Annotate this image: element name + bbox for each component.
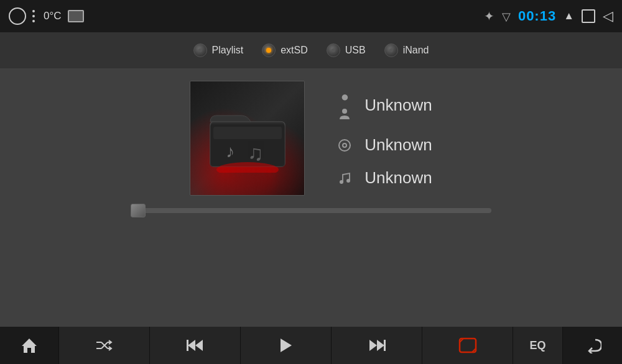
playlist-label: Playlist xyxy=(212,45,244,56)
svg-point-9 xyxy=(340,180,343,184)
svg-text:♪: ♪ xyxy=(226,142,234,161)
content-panel: ♪ ♫ ● Unknown Unknown xyxy=(0,68,622,327)
window-icon xyxy=(582,9,595,23)
home-icon xyxy=(21,337,38,353)
svg-point-7 xyxy=(339,140,350,151)
album-icon xyxy=(336,137,353,153)
eject-icon: ▲ xyxy=(564,10,574,22)
source-usb[interactable]: USB xyxy=(327,43,366,57)
bottom-controls: EQ xyxy=(0,327,622,364)
play-button[interactable] xyxy=(241,327,332,364)
progress-thumb[interactable] xyxy=(131,204,146,217)
back-nav-icon[interactable]: ◁ xyxy=(603,8,613,24)
signal-icon xyxy=(9,7,26,25)
svg-marker-18 xyxy=(188,340,195,351)
svg-rect-2 xyxy=(213,127,282,139)
back-button[interactable] xyxy=(563,327,622,364)
wifi-icon: ▽ xyxy=(502,10,511,24)
svg-rect-20 xyxy=(187,340,188,351)
status-right: ✦ ▽ 00:13 ▲ ◁ xyxy=(484,8,613,24)
svg-marker-23 xyxy=(369,340,377,351)
svg-marker-11 xyxy=(22,339,37,353)
artist-name: Unknown xyxy=(364,96,432,115)
extsd-label: extSD xyxy=(281,45,308,56)
shuffle-icon xyxy=(95,339,114,352)
source-playlist[interactable]: Playlist xyxy=(193,43,244,57)
svg-marker-21 xyxy=(281,339,292,352)
music-note-icon xyxy=(336,170,353,186)
album-art: ♪ ♫ xyxy=(190,81,305,196)
svg-marker-22 xyxy=(377,340,384,351)
svg-marker-19 xyxy=(195,340,203,351)
svg-rect-24 xyxy=(384,340,386,351)
extsd-radio[interactable] xyxy=(262,43,276,57)
play-icon xyxy=(279,337,293,353)
svg-point-10 xyxy=(346,179,350,183)
track-title: Unknown xyxy=(364,168,432,188)
next-icon xyxy=(368,339,386,352)
album-art-visual: ♪ ♫ xyxy=(190,81,304,195)
eq-label: EQ xyxy=(529,339,545,352)
title-row: Unknown xyxy=(336,168,432,188)
status-bar: 0°C ✦ ▽ 00:13 ▲ ◁ xyxy=(0,0,622,32)
artist-icon: ● xyxy=(336,89,353,121)
home-button[interactable] xyxy=(0,327,59,364)
repeat-button[interactable] xyxy=(422,327,513,364)
time-display: 00:13 xyxy=(518,8,556,24)
prev-button[interactable] xyxy=(150,327,241,364)
back-icon xyxy=(584,337,601,353)
menu-dots-icon[interactable] xyxy=(32,10,35,22)
source-bar: Playlist extSD USB iNand xyxy=(0,32,622,68)
source-inand[interactable]: iNand xyxy=(384,43,429,57)
media-info: ♪ ♫ ● Unknown Unknown xyxy=(19,81,603,196)
playlist-radio[interactable] xyxy=(193,43,207,57)
album-name: Unknown xyxy=(364,135,432,155)
next-button[interactable] xyxy=(332,327,422,364)
inand-radio[interactable] xyxy=(384,43,398,57)
shuffle-button[interactable] xyxy=(59,327,150,364)
usb-radio[interactable] xyxy=(327,43,340,57)
source-extsd[interactable]: extSD xyxy=(262,43,308,57)
artist-row: ● Unknown xyxy=(336,89,432,121)
eq-button[interactable]: EQ xyxy=(513,327,563,364)
svg-text:♫: ♫ xyxy=(248,141,264,165)
progress-area[interactable] xyxy=(131,208,491,213)
inand-label: iNand xyxy=(403,45,429,56)
usb-label: USB xyxy=(345,45,366,56)
svg-point-8 xyxy=(343,143,346,147)
album-row: Unknown xyxy=(336,135,432,155)
track-info: ● Unknown Unknown Unknown xyxy=(336,89,432,187)
prev-icon xyxy=(187,339,204,352)
svg-point-6 xyxy=(342,109,347,114)
progress-track[interactable] xyxy=(131,208,491,213)
image-icon xyxy=(68,10,84,22)
main-area: Playlist extSD USB iNand xyxy=(0,32,622,327)
bluetooth-icon: ✦ xyxy=(484,9,494,24)
status-left: 0°C xyxy=(9,7,84,25)
temperature-display: 0°C xyxy=(44,10,62,22)
repeat-icon xyxy=(458,337,477,353)
folder-music-icon: ♪ ♫ xyxy=(207,104,288,173)
